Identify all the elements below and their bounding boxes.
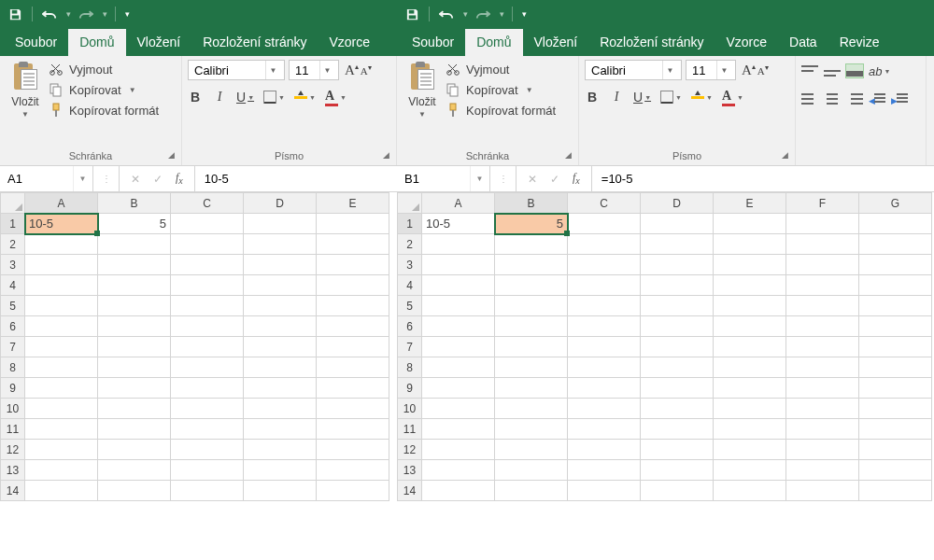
cell[interactable] [859, 481, 932, 501]
font-color-button[interactable]: A▼ [722, 88, 743, 106]
font-name-combo[interactable]: ▼ [188, 60, 285, 80]
row-header[interactable]: 9 [398, 378, 422, 399]
decrease-indent-button[interactable]: ◀ [869, 90, 885, 108]
cell[interactable] [714, 234, 786, 255]
save-icon[interactable] [404, 7, 419, 21]
align-bottom-icon[interactable] [846, 64, 863, 77]
cell[interactable] [714, 419, 786, 440]
cell[interactable] [25, 316, 98, 337]
cell[interactable] [98, 440, 171, 460]
cell[interactable] [714, 460, 786, 481]
row-header[interactable]: 13 [1, 460, 25, 481]
dropdown-caret[interactable]: ▼ [418, 110, 426, 119]
row-header[interactable]: 14 [398, 481, 422, 501]
row-header[interactable]: 3 [1, 255, 25, 275]
cell[interactable]: 5 [495, 214, 568, 234]
dropdown-caret[interactable]: ▼ [662, 61, 677, 79]
cell[interactable] [859, 378, 932, 399]
cell[interactable] [317, 357, 389, 378]
cell[interactable] [568, 481, 641, 501]
cell[interactable] [98, 378, 171, 399]
cell[interactable] [859, 419, 932, 440]
borders-button[interactable]: ▼ [660, 88, 682, 106]
cut-button[interactable]: Vyjmout [49, 62, 159, 77]
fill-color-button[interactable]: ▼ [294, 88, 316, 106]
cell[interactable] [495, 378, 568, 399]
column-header[interactable]: C [171, 193, 244, 214]
cell[interactable] [317, 440, 389, 460]
cell[interactable] [641, 440, 714, 460]
cell[interactable] [495, 316, 568, 337]
cell[interactable] [317, 399, 389, 419]
dropdown-caret[interactable]: ▼ [470, 166, 488, 191]
cell[interactable] [422, 296, 495, 316]
column-header[interactable]: B [98, 193, 171, 214]
cell[interactable] [859, 214, 932, 234]
cell[interactable] [171, 378, 244, 399]
tab-file[interactable]: Soubor [4, 29, 68, 56]
cell[interactable] [98, 234, 171, 255]
cell[interactable] [641, 419, 714, 440]
row-header[interactable]: 2 [398, 234, 422, 255]
cell[interactable] [25, 460, 98, 481]
dropdown-caret[interactable]: ▼ [265, 61, 280, 79]
font-color-button[interactable]: A▼ [325, 88, 347, 106]
row-header[interactable]: 5 [1, 296, 25, 316]
bold-button[interactable]: B [188, 88, 203, 106]
cell[interactable] [495, 275, 568, 296]
cell[interactable] [495, 337, 568, 357]
cell[interactable] [317, 419, 389, 440]
font-name-input[interactable] [586, 61, 662, 79]
cell[interactable] [25, 481, 98, 501]
orientation-button[interactable]: ab▼ [869, 62, 890, 80]
font-launcher-icon[interactable]: ◢ [778, 148, 791, 161]
select-all-corner[interactable] [398, 193, 422, 214]
tab-formulas[interactable]: Vzorce [715, 29, 779, 56]
cell[interactable] [317, 460, 389, 481]
cell[interactable] [859, 357, 932, 378]
row-header[interactable]: 11 [1, 419, 25, 440]
cell[interactable] [786, 378, 859, 399]
cell[interactable] [244, 440, 317, 460]
redo-icon[interactable] [78, 7, 93, 21]
cell[interactable] [171, 214, 244, 234]
cell[interactable] [171, 234, 244, 255]
paste-button[interactable]: Vložit ▼ [6, 60, 45, 119]
undo-icon[interactable] [42, 7, 57, 21]
cancel-icon[interactable]: ✕ [131, 173, 140, 186]
italic-button[interactable]: I [212, 88, 227, 106]
insert-function-icon[interactable]: fx [176, 171, 183, 186]
cell[interactable] [422, 337, 495, 357]
font-size-combo[interactable]: ▼ [686, 60, 736, 80]
row-header[interactable]: 12 [1, 440, 25, 460]
cell[interactable] [171, 440, 244, 460]
cell[interactable] [244, 460, 317, 481]
cell[interactable] [422, 419, 495, 440]
column-header[interactable]: D [244, 193, 317, 214]
cell[interactable] [495, 357, 568, 378]
dropdown-caret[interactable]: ▾ [500, 9, 504, 19]
decrease-font-icon[interactable]: A▾ [361, 63, 372, 77]
cell[interactable] [317, 255, 389, 275]
row-header[interactable]: 8 [398, 357, 422, 378]
cell[interactable] [495, 399, 568, 419]
row-header[interactable]: 7 [1, 337, 25, 357]
cell[interactable] [422, 357, 495, 378]
cell[interactable] [98, 419, 171, 440]
cell[interactable] [244, 357, 317, 378]
row-header[interactable]: 7 [398, 337, 422, 357]
formula-bar-resize[interactable] [490, 166, 517, 191]
cell[interactable] [641, 378, 714, 399]
cell[interactable] [244, 296, 317, 316]
enter-icon[interactable]: ✓ [153, 173, 163, 186]
row-header[interactable]: 13 [398, 460, 422, 481]
cell[interactable] [859, 234, 932, 255]
cell[interactable] [171, 481, 244, 501]
cell[interactable] [786, 440, 859, 460]
cell[interactable] [98, 275, 171, 296]
row-header[interactable]: 8 [1, 357, 25, 378]
cell[interactable] [244, 378, 317, 399]
row-header[interactable]: 5 [398, 296, 422, 316]
underline-button[interactable]: U▼ [633, 88, 651, 106]
column-header[interactable]: F [786, 193, 859, 214]
